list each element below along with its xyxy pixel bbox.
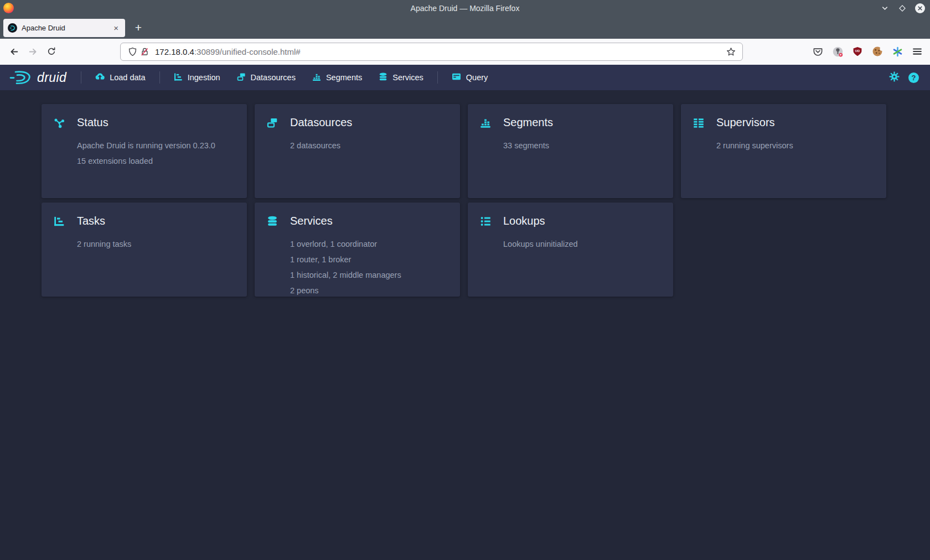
- card-line: 15 extensions loaded: [77, 153, 235, 169]
- multi-select-icon: [267, 117, 278, 128]
- hamburger-menu-icon[interactable]: [911, 45, 923, 58]
- gantt-chart-icon: [54, 216, 65, 227]
- card-title: Segments: [503, 116, 553, 129]
- reload-button[interactable]: [43, 43, 60, 60]
- status-card-grid: Status Apache Druid is running version 0…: [42, 104, 930, 297]
- card-segments[interactable]: Segments 33 segments: [468, 104, 673, 198]
- card-line: 1 historical, 2 middle managers: [290, 267, 448, 283]
- druid-logo[interactable]: druid: [9, 70, 75, 85]
- card-supervisors[interactable]: Supervisors 2 running supervisors: [681, 104, 886, 198]
- tracking-shield-icon[interactable]: [126, 46, 138, 58]
- nav-label: Load data: [110, 73, 146, 82]
- bar-chart-icon: [480, 117, 491, 128]
- card-title: Tasks: [77, 215, 105, 227]
- forward-button[interactable]: [24, 43, 41, 60]
- privacy-extension-icon[interactable]: [831, 45, 844, 58]
- card-tasks[interactable]: Tasks 2 running tasks: [42, 203, 247, 297]
- card-title: Status: [77, 116, 108, 129]
- nav-label: Services: [392, 73, 423, 82]
- pocket-icon[interactable]: [812, 45, 824, 58]
- window-controls: [879, 0, 926, 16]
- card-lookups[interactable]: Lookups Lookups uninitialized: [468, 203, 673, 297]
- nav-ingestion[interactable]: Ingestion: [166, 65, 229, 90]
- nav-label: Query: [466, 73, 488, 82]
- maximize-button[interactable]: [897, 3, 908, 14]
- multi-select-icon: [237, 72, 246, 83]
- graph-icon: [54, 117, 65, 128]
- cookie-extension-icon[interactable]: [871, 45, 884, 58]
- bookmark-star-icon[interactable]: [725, 46, 737, 58]
- nav-load-data[interactable]: Load data: [87, 65, 154, 90]
- card-line: Lookups uninitialized: [503, 236, 661, 252]
- card-line: 2 datasources: [290, 138, 448, 153]
- bar-chart-icon: [312, 72, 321, 83]
- svg-text:UO: UO: [855, 49, 860, 53]
- ublock-origin-icon[interactable]: UO: [851, 45, 864, 58]
- properties-icon: [480, 216, 491, 227]
- card-line: 2 running tasks: [77, 236, 235, 252]
- browser-tab-apache-druid[interactable]: Apache Druid ×: [3, 19, 125, 37]
- tab-strip: Apache Druid × +: [0, 16, 930, 39]
- nav-datasources[interactable]: Datasources: [229, 65, 304, 90]
- card-status[interactable]: Status Apache Druid is running version 0…: [42, 104, 247, 198]
- browser-toolbar: 172.18.0.4:30899/unified-console.html# U…: [0, 39, 930, 65]
- druid-logo-icon: [9, 70, 33, 85]
- home-view: Status Apache Druid is running version 0…: [0, 104, 930, 560]
- gantt-chart-icon: [174, 72, 183, 83]
- settings-gear-icon[interactable]: [889, 71, 900, 84]
- card-line: 1 router, 1 broker: [290, 252, 448, 267]
- nav-label: Segments: [326, 73, 362, 82]
- druid-wordmark: druid: [37, 70, 66, 85]
- insecure-lock-icon[interactable]: [138, 46, 151, 58]
- url-host: 172.18.0.4: [155, 47, 194, 56]
- url-bar[interactable]: 172.18.0.4:30899/unified-console.html#: [120, 43, 743, 61]
- card-line: 2 running supervisors: [716, 138, 874, 153]
- card-line: 2 peons: [290, 283, 448, 298]
- application-icon: [452, 72, 461, 83]
- toolbar-extensions: UO: [812, 43, 923, 60]
- card-title: Lookups: [503, 215, 545, 227]
- druid-navbar: druid Load data Ingestion Datasources Se…: [0, 65, 930, 90]
- card-services[interactable]: Services 1 overlord, 1 coordinator 1 rou…: [255, 203, 460, 297]
- database-icon: [379, 72, 388, 83]
- card-title: Supervisors: [716, 116, 775, 129]
- tab-title: Apache Druid: [22, 24, 111, 32]
- druid-favicon-icon: [8, 23, 17, 33]
- window-titlebar: Apache Druid — Mozilla Firefox: [0, 0, 930, 16]
- navbar-divider: [437, 71, 438, 84]
- card-datasources[interactable]: Datasources 2 datasources: [255, 104, 460, 198]
- nav-label: Datasources: [251, 73, 296, 82]
- card-title: Services: [290, 215, 333, 227]
- list-detail-icon: [693, 117, 704, 128]
- cloud-upload-icon: [95, 72, 105, 83]
- consent-asterisk-icon[interactable]: [891, 45, 903, 58]
- navbar-right: ?: [889, 71, 919, 84]
- help-icon[interactable]: ?: [908, 72, 919, 83]
- nav-label: Ingestion: [188, 73, 220, 82]
- tab-close-icon[interactable]: ×: [111, 23, 121, 33]
- navbar-divider: [81, 71, 81, 84]
- new-tab-button[interactable]: +: [130, 19, 147, 37]
- nav-query[interactable]: Query: [443, 65, 497, 90]
- card-line: 33 segments: [503, 138, 661, 153]
- nav-segments[interactable]: Segments: [304, 65, 370, 90]
- card-line: 1 overlord, 1 coordinator: [290, 236, 448, 252]
- database-icon: [267, 216, 278, 227]
- url-path: :30899/unified-console.html#: [194, 47, 301, 56]
- back-button[interactable]: [6, 43, 22, 60]
- nav-services[interactable]: Services: [370, 65, 432, 90]
- minimize-button[interactable]: [879, 3, 890, 14]
- card-title: Datasources: [290, 116, 352, 129]
- url-text[interactable]: 172.18.0.4:30899/unified-console.html#: [155, 47, 725, 56]
- close-button[interactable]: [914, 3, 926, 14]
- window-title: Apache Druid — Mozilla Firefox: [0, 4, 930, 13]
- card-line: Apache Druid is running version 0.23.0: [77, 138, 235, 153]
- navbar-divider: [159, 71, 160, 84]
